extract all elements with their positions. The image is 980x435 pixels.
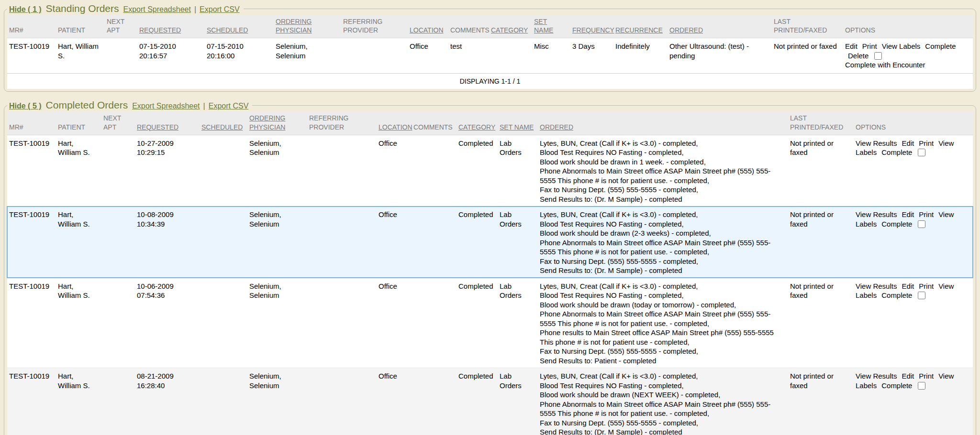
cell-next-apt	[101, 278, 135, 368]
cell-requested: 10-06-2009 07:54:36	[135, 278, 200, 368]
cell-ordered: Lytes, BUN, Creat (Call if K+ is <3.0) -…	[538, 135, 788, 207]
standing-export-csv-link[interactable]: Export CSV	[200, 5, 240, 13]
completed-export-spreadsheet-link[interactable]: Export Spreadsheet	[132, 102, 200, 110]
complete-link[interactable]: Complete	[881, 291, 912, 299]
view-results-link[interactable]: View Results	[856, 282, 897, 290]
completed-orders-title: Completed Orders	[46, 99, 128, 110]
standing-orders-title: Standing Orders	[46, 3, 119, 14]
standing-export-spreadsheet-link[interactable]: Export Spreadsheet	[123, 5, 190, 13]
complete-link[interactable]: Complete	[881, 381, 912, 390]
view-results-link[interactable]: View Results	[856, 210, 897, 218]
ordered-item: Lytes, BUN, Creat (Call if K+ is <3.0) -…	[540, 210, 784, 219]
print-link[interactable]: Print	[919, 372, 934, 380]
col-header-ordering-physician[interactable]: ORDERING PHYSICIAN	[247, 111, 307, 135]
col-header-requested[interactable]: REQUESTED	[135, 111, 200, 135]
col-header-patient: PATIENT	[56, 15, 105, 38]
col-header-scheduled[interactable]: SCHEDULED	[200, 111, 247, 135]
ordered-item: Phone Abnormals to Main Street office AS…	[540, 400, 784, 418]
print-link[interactable]: Print	[919, 210, 934, 218]
standing-header-row: MR# PATIENT NEXT APT REQUESTED SCHEDULED…	[7, 15, 973, 38]
col-header-set-name[interactable]: SET NAME	[498, 111, 538, 135]
edit-link[interactable]: Edit	[845, 42, 858, 50]
col-header-last-printed-faxed: LAST PRINTED/FAXED	[788, 111, 854, 135]
completed-hide-link[interactable]: Hide ( 5 )	[9, 102, 42, 110]
edit-link[interactable]: Edit	[902, 372, 914, 380]
print-link[interactable]: Print	[919, 282, 934, 290]
print-link[interactable]: Print	[862, 42, 877, 50]
cell-last-printed-faxed: Not printed or faxed	[788, 135, 854, 207]
ordered-item: Blood Test Requires NO Fasting - complet…	[540, 148, 784, 157]
cell-comments	[412, 368, 457, 435]
col-header-ordered[interactable]: ORDERED	[538, 111, 788, 135]
delete-link[interactable]: Delete	[848, 52, 869, 60]
cell-mr: TEST-10019	[7, 207, 56, 278]
ordered-item: Lytes, BUN, Creat (Call if K+ is <3.0) -…	[540, 282, 784, 291]
paging-status: DISPLAYING 1-1 / 1	[7, 74, 973, 89]
col-header-comments: COMMENTS	[412, 111, 457, 135]
cell-location: Office	[377, 368, 412, 435]
col-header-category[interactable]: CATEGORY	[489, 15, 532, 38]
cell-requested: 10-27-2009 10:29:15	[135, 135, 200, 207]
edit-link[interactable]: Edit	[902, 139, 914, 147]
cell-set-name: Lab Orders	[498, 207, 538, 278]
col-header-set-name[interactable]: SET NAME	[532, 15, 570, 38]
col-header-ordering-physician[interactable]: ORDERING PHYSICIAN	[274, 15, 341, 38]
export-links-separator: |	[203, 102, 205, 110]
cell-ordered: Lytes, BUN, Creat (Call if K+ is <3.0) -…	[538, 207, 788, 278]
col-header-location[interactable]: LOCATION	[377, 111, 412, 135]
complete-with-encounter-link[interactable]: Complete with Encounter	[845, 61, 925, 69]
complete-link[interactable]: Complete	[925, 42, 956, 50]
col-header-scheduled[interactable]: SCHEDULED	[205, 15, 274, 38]
cell-frequency: 3 Days	[570, 38, 613, 74]
ordered-item: Lytes, BUN, Creat (Call if K+ is <3.0) -…	[540, 371, 784, 381]
ordered-item: Send Results to: (Dr. M Sample) - comple…	[540, 266, 784, 275]
view-labels-link[interactable]: View Labels	[882, 42, 921, 50]
ordered-item: Send Results to: Patient - completed	[540, 356, 784, 366]
ordered-item: Blood work should be drawn (today or tom…	[540, 300, 784, 310]
col-header-frequency[interactable]: FREQUENCY	[570, 15, 613, 38]
edit-link[interactable]: Edit	[902, 282, 914, 290]
cell-mr: TEST-10019	[7, 278, 56, 368]
ordered-item: Blood Test Requires NO Fasting - complet…	[540, 291, 784, 300]
cell-location: Office	[408, 38, 448, 74]
complete-link[interactable]: Complete	[881, 220, 912, 228]
ordered-item: Blood work should be drawn (2-3 weeks) -…	[540, 228, 784, 238]
col-header-requested[interactable]: REQUESTED	[137, 15, 205, 38]
complete-checkbox[interactable]	[918, 292, 925, 299]
cell-location: Office	[377, 278, 412, 368]
cell-patient: Hart, William S.	[56, 135, 101, 207]
col-header-ordered[interactable]: ORDERED	[668, 15, 772, 38]
standing-hide-link[interactable]: Hide ( 1 )	[9, 5, 42, 13]
ordered-item: Phone Abnormals to Main Street office AS…	[540, 166, 784, 185]
view-results-link[interactable]: View Results	[856, 139, 897, 147]
cell-options: EditPrintView LabelsComplete Delete Comp…	[843, 38, 973, 74]
cell-last-printed-faxed: Not printed or faxed	[788, 368, 854, 435]
cell-referring-provider	[307, 368, 377, 435]
complete-checkbox[interactable]	[918, 149, 925, 156]
cell-requested: 10-08-2009 10:34:39	[135, 207, 200, 278]
cell-scheduled: 07-15-2010 20:16:00	[205, 38, 274, 74]
cell-last-printed-faxed: Not printed or faxed	[788, 207, 854, 278]
standing-orders-legend: Hide ( 1 )Standing OrdersExport Spreadsh…	[7, 3, 244, 14]
view-results-link[interactable]: View Results	[856, 372, 897, 380]
edit-link[interactable]: Edit	[902, 210, 914, 218]
complete-checkbox[interactable]	[918, 382, 925, 390]
col-header-referring-provider: REFERRING PROVIDER	[341, 15, 408, 38]
col-header-location[interactable]: LOCATION	[408, 15, 448, 38]
export-links-separator: |	[194, 5, 196, 13]
print-link[interactable]: Print	[919, 139, 934, 147]
cell-ordered: Other Ultrasound: (test) - pending	[668, 38, 772, 74]
complete-link[interactable]: Complete	[881, 148, 912, 156]
cell-referring-provider	[307, 135, 377, 207]
cell-ordering-physician: Selenium, Selenium	[274, 38, 341, 74]
complete-checkbox[interactable]	[918, 220, 925, 228]
complete-checkbox[interactable]	[874, 52, 882, 60]
completed-export-csv-link[interactable]: Export CSV	[209, 102, 249, 110]
ordered-item: Blood Test Requires NO Fasting - complet…	[540, 381, 784, 391]
cell-mr: TEST-10019	[7, 135, 56, 207]
col-header-recurrence[interactable]: RECURRENCE	[613, 15, 668, 38]
ordered-item: Fax to Nursing Dept. (555) 555-5555 - co…	[540, 185, 784, 195]
cell-category: Completed	[457, 368, 498, 435]
completed-orders-table: MR# PATIENT NEXT APT REQUESTED SCHEDULED…	[7, 111, 973, 435]
col-header-category[interactable]: CATEGORY	[457, 111, 498, 135]
